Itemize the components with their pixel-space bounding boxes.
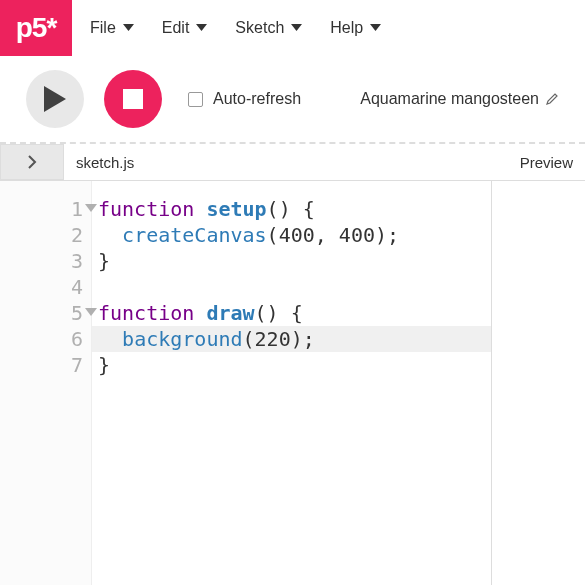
auto-refresh-toggle[interactable]: Auto-refresh (188, 90, 301, 108)
line-number: 3 (0, 248, 91, 274)
code-line[interactable]: function setup() { (98, 196, 491, 222)
code-line[interactable]: } (98, 352, 491, 378)
tab-sketch-file[interactable]: sketch.js (64, 144, 146, 180)
play-icon (44, 86, 66, 112)
code-line[interactable]: function draw() { (98, 300, 491, 326)
menu-help[interactable]: Help (330, 19, 381, 37)
sketch-name[interactable]: Aquamarine mangosteen (360, 90, 559, 108)
auto-refresh-checkbox[interactable] (188, 92, 203, 107)
fold-icon[interactable] (85, 204, 97, 212)
menu-file[interactable]: File (90, 19, 134, 37)
line-number: 6 (0, 326, 91, 352)
line-number: 2 (0, 222, 91, 248)
file-tab-label: sketch.js (76, 154, 134, 171)
line-number: 4 (0, 274, 91, 300)
preview-label: Preview (508, 144, 585, 180)
code-editor[interactable]: 1234567 function setup() { createCanvas(… (0, 181, 492, 585)
chevron-down-icon (123, 24, 134, 31)
sidebar-expand-button[interactable] (0, 144, 64, 180)
editor-area: 1234567 function setup() { createCanvas(… (0, 180, 585, 585)
pencil-icon (545, 92, 559, 106)
stop-icon (123, 89, 143, 109)
menu-list: File Edit Sketch Help (72, 0, 381, 55)
code-line[interactable]: background(220); (92, 326, 491, 352)
code-content[interactable]: function setup() { createCanvas(400, 400… (92, 181, 491, 585)
chevron-down-icon (196, 24, 207, 31)
code-line[interactable] (98, 274, 491, 300)
play-button[interactable] (26, 70, 84, 128)
p5-logo: p5* (0, 0, 72, 56)
tab-row: sketch.js Preview (0, 144, 585, 180)
sketch-name-text: Aquamarine mangosteen (360, 90, 539, 108)
chevron-down-icon (291, 24, 302, 31)
code-line[interactable]: createCanvas(400, 400); (98, 222, 491, 248)
menu-sketch-label: Sketch (235, 19, 284, 37)
stop-button[interactable] (104, 70, 162, 128)
top-menubar: p5* File Edit Sketch Help (0, 0, 585, 56)
svg-rect-0 (123, 89, 143, 109)
menu-sketch[interactable]: Sketch (235, 19, 302, 37)
line-number: 7 (0, 352, 91, 378)
auto-refresh-label: Auto-refresh (213, 90, 301, 108)
line-gutter: 1234567 (0, 181, 92, 585)
toolbar: Auto-refresh Aquamarine mangosteen (0, 56, 585, 144)
fold-icon[interactable] (85, 308, 97, 316)
line-number: 5 (0, 300, 91, 326)
menu-edit-label: Edit (162, 19, 190, 37)
chevron-right-icon (27, 155, 37, 169)
chevron-down-icon (370, 24, 381, 31)
menu-file-label: File (90, 19, 116, 37)
line-number: 1 (0, 196, 91, 222)
menu-edit[interactable]: Edit (162, 19, 208, 37)
preview-text: Preview (520, 154, 573, 171)
menu-help-label: Help (330, 19, 363, 37)
code-line[interactable]: } (98, 248, 491, 274)
